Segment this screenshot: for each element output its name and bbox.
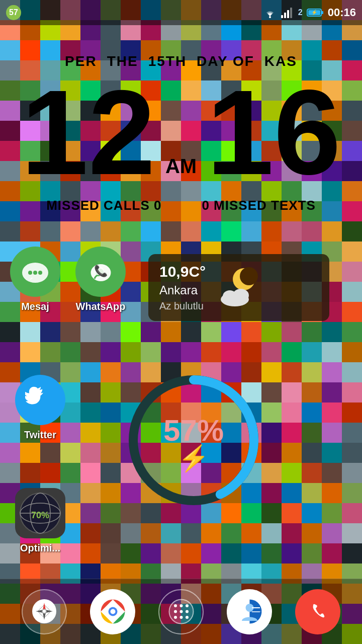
svg-point-38: [110, 609, 115, 614]
svg-point-21: [233, 289, 249, 302]
battery-icon: ⚡: [307, 7, 324, 18]
clock-bottom-row: MISSED CALLS 0 0 MISSED TEXTS: [46, 198, 316, 213]
twitter-label: Twitter: [24, 429, 56, 441]
svg-point-42: [186, 604, 189, 607]
dock-contacts-button[interactable]: [227, 589, 272, 634]
chrome-icon: [99, 598, 127, 625]
svg-point-43: [174, 610, 177, 613]
weather-city: Ankara: [159, 283, 206, 297]
svg-point-41: [179, 604, 183, 607]
camera-icon: [31, 598, 58, 625]
optimizer-icon: 70%: [15, 488, 65, 538]
svg-point-48: [186, 616, 189, 619]
dock: [0, 579, 362, 644]
status-right: 2 ⚡ 00:16: [263, 6, 356, 19]
clock-ampm: AM: [165, 155, 197, 178]
weather-text: 10,9C° Ankara Az bulutlu: [159, 263, 206, 312]
whatsapp-icon: 📞: [75, 247, 126, 297]
svg-point-12: [38, 271, 42, 275]
dock-camera-button[interactable]: [22, 589, 67, 634]
app-row-1: Mesaj 📞 WhatsApp: [10, 247, 126, 312]
wifi-icon: [263, 7, 277, 18]
svg-rect-7: [321, 11, 323, 14]
contacts-icon: [236, 598, 263, 625]
svg-point-18: [240, 267, 258, 285]
apps-icon: [167, 598, 195, 625]
svg-text:70%: 70%: [31, 510, 49, 520]
weather-temp: 10,9C°: [159, 263, 206, 280]
weather-desc: Az bulutlu: [159, 300, 206, 312]
weather-widget: 10,9C° Ankara Az bulutlu: [148, 254, 329, 321]
svg-point-0: [269, 16, 271, 18]
svg-point-11: [33, 271, 37, 275]
optimizer-label: Optimi...: [20, 542, 60, 554]
optimizer-app[interactable]: 70% Optimi...: [15, 488, 65, 554]
whatsapp-label: WhatsApp: [76, 301, 126, 312]
mesaj-icon-svg: [20, 257, 50, 287]
clock-time: 00:16: [328, 6, 356, 19]
mesaj-label: Mesaj: [21, 301, 49, 312]
phone-icon: [304, 598, 332, 625]
sim-label: 2: [298, 8, 303, 17]
svg-point-53: [306, 600, 330, 624]
notification-badge: 57: [6, 5, 21, 20]
svg-rect-4: [290, 8, 292, 18]
dock-phone-button[interactable]: [295, 589, 340, 634]
battery-circle-svg: 57% ⚡: [121, 367, 266, 513]
svg-point-40: [174, 604, 177, 607]
twitter-icon-svg: [25, 385, 55, 415]
svg-rect-3: [287, 10, 289, 18]
battery-percent-text: 57%: [163, 414, 224, 447]
svg-rect-1: [281, 15, 283, 18]
dock-chrome-button[interactable]: [90, 589, 135, 634]
missed-texts: 0 MISSED TEXTS: [202, 198, 315, 213]
battery-widget: 57% ⚡: [121, 367, 266, 513]
svg-text:📞: 📞: [94, 264, 108, 278]
signal-icon: [281, 7, 294, 18]
battery-bolt-icon: ⚡: [178, 443, 210, 473]
weather-moon-icon: [215, 265, 260, 310]
mesaj-app[interactable]: Mesaj: [10, 247, 60, 312]
mesaj-icon: [10, 247, 60, 297]
clock-hour: 12: [21, 72, 155, 193]
status-bar: 57 2 ⚡ 00:16: [0, 0, 362, 25]
svg-point-10: [28, 271, 32, 275]
svg-point-47: [179, 616, 183, 619]
svg-text:⚡: ⚡: [311, 9, 318, 16]
clock-minute: 16: [207, 72, 341, 193]
clock-main-row: 12 AM 16: [21, 72, 341, 193]
clock-widget: PER THE 15TH DAY OF KAS 12 AM 16 MISSED …: [0, 25, 362, 242]
optimizer-app-area: 70% Optimi...: [15, 488, 65, 554]
twitter-app[interactable]: Twitter: [15, 375, 65, 441]
whatsapp-app[interactable]: 📞 WhatsApp: [75, 247, 126, 312]
dock-apps-button[interactable]: [158, 589, 204, 634]
svg-point-44: [179, 610, 183, 613]
svg-point-46: [174, 616, 177, 619]
moon-cloud-svg: [215, 265, 260, 310]
twitter-app-area: Twitter: [15, 375, 65, 441]
missed-calls: MISSED CALLS 0: [46, 198, 161, 213]
twitter-icon: [15, 375, 65, 425]
svg-point-45: [186, 610, 189, 613]
whatsapp-icon-svg: 📞: [84, 256, 117, 288]
status-left: 57: [6, 5, 21, 20]
svg-rect-2: [284, 13, 286, 18]
optimizer-icon-svg: 70%: [18, 491, 63, 536]
app-grid: Mesaj 📞 WhatsApp: [10, 247, 126, 312]
svg-point-34: [42, 609, 46, 613]
